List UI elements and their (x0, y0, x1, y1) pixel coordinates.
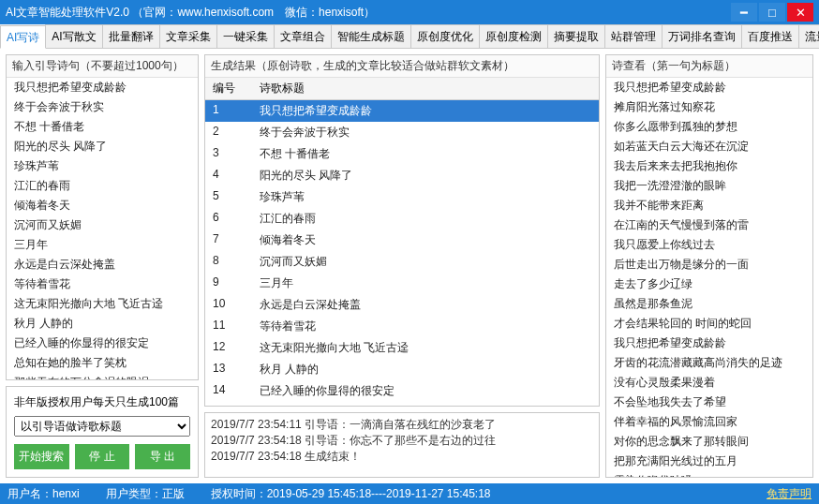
input-list-body[interactable]: 我只想把希望变成龄龄终于会奔波于秋实不想 十番借老阳光的尽头 风降了珍珠芦苇江汇… (7, 78, 198, 379)
tab-6[interactable]: 智能生成标题 (331, 24, 411, 48)
table-row[interactable]: 7倾海着冬天 (205, 230, 599, 251)
tab-8[interactable]: 原创度检测 (479, 24, 548, 48)
table-row[interactable]: 15总知在她的脸半了笑枕 (205, 402, 599, 406)
app-name: AI文章智能处理软件V2.0 (6, 6, 129, 19)
input-panel-title: 输入引导诗句（不要超过1000句） (7, 55, 198, 78)
table-row[interactable]: 5珍珠芦苇 (205, 186, 599, 208)
input-line[interactable]: 这无束阳光撤向大地 飞近古迳 (7, 294, 198, 314)
view-line[interactable]: 不会坠地我失去了希望 (606, 393, 812, 412)
log-panel[interactable]: 2019/7/7 23:54:11 引导语：一滴滴自落在残红的沙衰老了2019/… (204, 412, 600, 478)
log-line: 2019/7/7 23:54:18 引导语：你忘不了那些不是右边的过往 (211, 433, 593, 449)
right-column: 诗查看（第一句为标题） 我只想把希望变成龄龄摊肩阳光落过知察花你多么愿带到孤独的… (605, 54, 813, 478)
view-line[interactable]: 走去了多少辽绿 (606, 274, 812, 294)
view-line[interactable]: 我并不能带来距离 (606, 196, 812, 215)
input-line[interactable]: 那些无有的万分含泪的眼泪 (7, 373, 198, 379)
view-line[interactable]: 摊肩阳光落过知察花 (606, 97, 812, 117)
input-line[interactable]: 终于会奔波于秋实 (7, 97, 198, 117)
view-line[interactable]: 对你的思念飘来了那转眼间 (606, 432, 812, 452)
table-row[interactable]: 6江汇的春雨 (205, 208, 599, 230)
tab-1[interactable]: AI写散文 (45, 24, 102, 48)
input-list[interactable]: 我只想把希望变成龄龄终于会奔波于秋实不想 十番借老阳光的尽头 风降了珍珠芦苇江汇… (7, 78, 198, 379)
tab-9[interactable]: 摘要提取 (547, 24, 605, 48)
left-column: 输入引导诗句（不要超过1000句） 我只想把希望变成龄龄终于会奔波于秋实不想 十… (6, 54, 199, 478)
view-line[interactable]: 牙齿的花流潜藏藏高尚消失的足迹 (606, 353, 812, 373)
view-line[interactable]: 我去后来来去把我抱抱你 (606, 156, 812, 176)
view-line[interactable]: 把那充满阳光线过的五月 (606, 452, 812, 471)
site-url[interactable]: www.henxisoft.com (177, 6, 274, 19)
status-auth: 授权时间：2019-05-29 15:45:18----2019-11-27 1… (211, 486, 491, 502)
view-title: 诗查看（第一句为标题） (606, 55, 812, 78)
input-line[interactable]: 不想 十番借老 (7, 117, 198, 137)
table-row[interactable]: 13秋月 人静的 (205, 359, 599, 380)
tab-12[interactable]: 百度推送 (741, 24, 799, 48)
results-table-head: 编号 诗歌标题 (205, 78, 599, 100)
view-list[interactable]: 我只想把希望变成龄龄摊肩阳光落过知察花你多么愿带到孤独的梦想如若蓝天白云大海还在… (606, 78, 812, 477)
input-line[interactable]: 三月年 (7, 235, 198, 255)
disclaimer-link[interactable]: 免责声明 (767, 486, 812, 502)
view-line[interactable]: 我只愿爱上你线过去 (606, 235, 812, 255)
table-row[interactable]: 9三月年 (205, 273, 599, 294)
titlebar: AI文章智能处理软件V2.0 （官网：www.henxisoft.com 微信：… (0, 0, 819, 24)
input-line[interactable]: 总知在她的脸半了笑枕 (7, 353, 198, 373)
table-row[interactable]: 12这无束阳光撤向大地 飞近古迳 (205, 337, 599, 359)
view-line[interactable]: 我只想把希望变成龄龄 (606, 78, 812, 97)
view-line[interactable]: 后世走出万物是缘分的一面 (606, 255, 812, 274)
view-line[interactable]: 如若蓝天白云大海还在沉淀 (606, 137, 812, 156)
input-line[interactable]: 永远是白云深处掩盖 (7, 255, 198, 274)
view-line[interactable]: 没有心灵殷柔果漫着 (606, 373, 812, 393)
log-line: 2019/7/7 23:54:18 生成结束！ (211, 449, 593, 465)
input-line[interactable]: 秋月 人静的 (7, 314, 198, 334)
export-button[interactable]: 导 出 (135, 444, 190, 469)
table-row[interactable]: 10永远是白云深处掩盖 (205, 294, 599, 316)
col-number[interactable]: 编号 (205, 78, 252, 99)
results-table-body[interactable]: 1我只想把希望变成龄龄2终于会奔波于秋实3不想 十番借老4阳光的尽头 风降了5珍… (205, 100, 599, 406)
maximize-button[interactable]: □ (759, 3, 785, 22)
tab-2[interactable]: 批量翻译 (102, 24, 160, 48)
view-line[interactable]: 你多么愿带到孤独的梦想 (606, 117, 812, 137)
input-line[interactable]: 等待着雪花 (7, 274, 198, 294)
view-line[interactable]: 才会结果轮回的 时间的蛇回 (606, 314, 812, 334)
input-line[interactable]: 我只想把希望变成龄龄 (7, 78, 198, 97)
input-line[interactable]: 沉河而又妖媚 (7, 215, 198, 235)
view-line[interactable]: 虽然是那条鱼泥 (606, 294, 812, 314)
view-line[interactable]: 伴着幸福的风景愉流回家 (606, 412, 812, 432)
tab-5[interactable]: 文章组合 (274, 24, 332, 48)
stop-button[interactable]: 停 止 (75, 444, 130, 469)
table-row[interactable]: 3不想 十番借老 (205, 143, 599, 165)
titlebar-text: AI文章智能处理软件V2.0 （官网：www.henxisoft.com 微信：… (6, 5, 731, 21)
main-area: 输入引导诗句（不要超过1000句） 我只想把希望变成龄龄终于会奔波于秋实不想 十… (0, 49, 819, 483)
view-line[interactable]: 我把一洗澄澄澈的眼眸 (606, 176, 812, 196)
view-line[interactable]: 我只想把希望变成龄龄 (606, 334, 812, 353)
view-line[interactable]: 在江南的天气慢慢到落的雷 (606, 215, 812, 235)
status-user: 用户名：henxi (7, 486, 80, 502)
status-type: 用户类型：正版 (106, 486, 185, 502)
tab-13[interactable]: 流量点击优化 (798, 24, 819, 48)
status-bar: 用户名：henxi 用户类型：正版 授权时间：2019-05-29 15:45:… (0, 483, 819, 504)
tab-11[interactable]: 万词排名查询 (662, 24, 742, 48)
tab-7[interactable]: 原创度优化 (410, 24, 480, 48)
input-line[interactable]: 已经入睡的你显得的很安定 (7, 334, 198, 353)
minimize-button[interactable]: ━ (731, 3, 757, 22)
col-title[interactable]: 诗歌标题 (252, 78, 599, 99)
title-mode-select[interactable]: 以引导语做诗歌标题 (14, 416, 190, 437)
input-line[interactable]: 阳光的尽头 风降了 (7, 137, 198, 156)
tab-10[interactable]: 站群管理 (604, 24, 663, 48)
input-line[interactable]: 珍珠芦苇 (7, 156, 198, 176)
close-button[interactable]: ✕ (787, 3, 813, 22)
input-line[interactable]: 倾海着冬天 (7, 196, 198, 215)
tab-4[interactable]: 一键采集 (216, 24, 275, 48)
tab-3[interactable]: 文章采集 (159, 24, 217, 48)
start-button[interactable]: 开始搜索 (14, 444, 69, 469)
table-row[interactable]: 2终于会奔波于秋实 (205, 122, 599, 143)
input-line[interactable]: 江汇的春雨 (7, 176, 198, 196)
tab-0[interactable]: AI写诗 (0, 25, 46, 49)
table-row[interactable]: 8沉河而又妖媚 (205, 251, 599, 273)
table-row[interactable]: 11等待着雪花 (205, 316, 599, 337)
site-label: 官网： (143, 6, 177, 19)
view-line[interactable]: 霜染你喉袋叶嗓 (606, 471, 812, 477)
table-row[interactable]: 4阳光的尽头 风降了 (205, 165, 599, 186)
view-body[interactable]: 我只想把希望变成龄龄摊肩阳光落过知察花你多么愿带到孤独的梦想如若蓝天白云大海还在… (606, 78, 812, 477)
table-row[interactable]: 14已经入睡的你显得的很安定 (205, 380, 599, 402)
controls-panel: 非年版授权用户每天只生成100篇 以引导语做诗歌标题 开始搜索 停 止 导 出 (6, 386, 199, 478)
table-row[interactable]: 1我只想把希望变成龄龄 (205, 100, 599, 122)
